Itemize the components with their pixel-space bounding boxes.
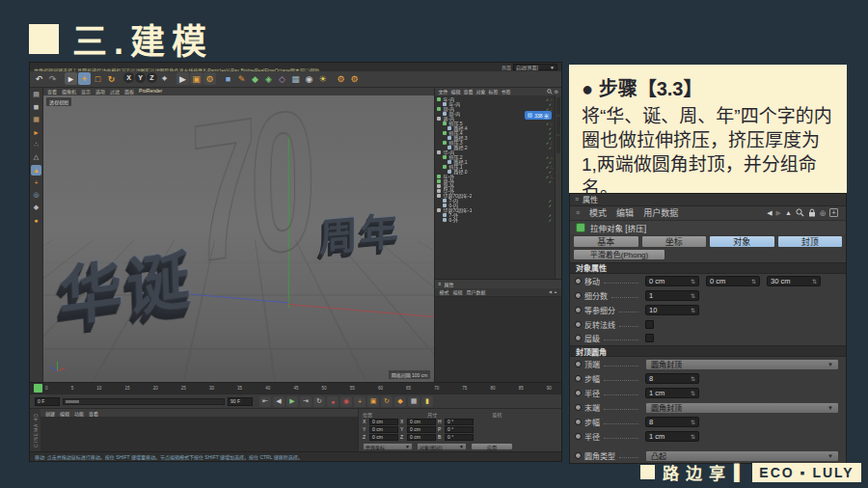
add-panel-icon[interactable]: + [829,208,838,217]
object-manager-menu-item[interactable]: 编辑 [450,88,460,95]
cap-end-radius-field[interactable]: 1 cm⇅ [645,431,699,442]
cap-end-steps-field[interactable]: 8⇅ [645,417,699,427]
spline-pen-icon[interactable]: ✎ [235,72,248,85]
material-menu-item[interactable]: 查看 [89,410,98,417]
current-frame-field[interactable]: 0 F [35,397,60,406]
object-manager-menu-item[interactable]: 查看 [464,88,474,95]
object-manager-menu-item[interactable]: 文件 [438,88,448,95]
generator-array-icon[interactable]: ◈ [262,72,275,85]
move-z-field[interactable]: 30 cm⇅ [767,276,821,286]
coordinate-field[interactable]: 0 cm [369,434,398,441]
cap-end-dropdown[interactable]: 圆角封顶▼ [645,402,839,414]
solo-icon[interactable]: ▮ [421,396,433,407]
material-menu-item[interactable]: 编辑 [60,410,69,417]
key-position-icon[interactable]: + [354,396,366,407]
enabled-check-icon[interactable]: ✓ [549,146,552,150]
up-icon[interactable]: ▲ [554,289,557,294]
attribute-mini-menu-item[interactable]: 模式 [439,288,448,295]
enabled-check-icon[interactable]: ✓ [549,203,552,208]
move-y-field[interactable]: 0 cm⇅ [706,276,760,286]
sep[interactable] [217,72,221,85]
keyframe-dot-icon[interactable] [575,307,582,313]
coordinate-field[interactable]: 0 cm [407,426,436,433]
keyframe-dot-icon[interactable] [575,321,582,328]
0-外[interactable]: 0-外 ✓ [437,218,553,223]
coordinate-field[interactable]: 0 ° [445,434,474,441]
rotate-tool-icon[interactable]: ↻ [105,72,118,85]
back-icon[interactable]: ◀ [549,289,552,294]
make-editable-icon[interactable]: ▤ [31,90,41,100]
attribute-menu-item[interactable]: 用户数据 [643,206,678,219]
viewport-canvas[interactable]: 70 华诞 周年 透视视图 网格间隔 100 cm [43,95,435,382]
keyframe-dot-icon[interactable] [575,419,582,425]
lock-workplane-icon[interactable]: ● [31,215,41,226]
material-menu-item[interactable]: 功能 [74,410,84,417]
attribute-menu-item[interactable]: 模式 [589,206,607,219]
coordinate-space-dropdown[interactable]: 世界坐标▼ [363,443,413,450]
keyframe-dot-icon[interactable] [575,278,582,285]
move-tool-icon[interactable]: + [78,72,91,85]
render-picture-icon[interactable]: ▣ [190,72,203,85]
loop-icon[interactable]: ↻ [313,396,325,407]
search-icon[interactable] [796,208,804,217]
select-tool-icon[interactable]: ► [65,72,77,85]
material-menu-item[interactable]: 创建 [45,410,55,417]
viewport-menu-item[interactable]: 显示 [81,88,91,95]
display-gear-icon[interactable]: ⚙ [348,72,361,85]
play-icon[interactable]: ▶ [286,396,298,407]
tab-phong[interactable]: 平滑着色(Phong) [573,249,665,260]
up-icon[interactable]: ▲ [785,209,792,216]
keyframe-dot-icon[interactable] [575,361,582,367]
forward-icon[interactable]: ▶ [776,209,781,217]
cap-top-steps-field[interactable]: 8⇅ [645,373,699,384]
goto-end-icon[interactable]: ⇥ [300,396,312,407]
sep[interactable] [172,72,176,85]
keyframe-dot-icon[interactable] [575,433,582,440]
key-scale-icon[interactable]: ▣ [367,396,379,407]
axis-y-lock[interactable]: Y [135,72,146,83]
sep[interactable] [330,72,334,85]
camera-icon[interactable]: ◉ [303,72,315,85]
hierarchy-checkbox[interactable] [645,334,654,342]
material-list-empty[interactable] [41,417,358,451]
polygons-mode-icon[interactable]: ▲ [31,165,41,176]
timeline-ruler[interactable]: 051015202530354045505560657075808590 [30,382,561,393]
render-view-icon[interactable]: ▶ [176,72,189,85]
render-settings-icon[interactable]: ⚙ [203,72,216,85]
enabled-check-icon[interactable]: ✓ [549,218,552,223]
object-manager-menu-item[interactable]: 对象 [476,88,486,95]
attribute-tab[interactable]: 对象 [709,235,775,248]
viewport-solo-icon[interactable]: ◎ [31,190,41,201]
generator-extrude-icon[interactable]: ◆ [249,72,261,85]
light-icon[interactable]: ☀ [316,72,329,85]
key-rotation-icon[interactable]: ↻ [381,396,393,407]
viewport-menu-item[interactable]: 选项 [95,88,105,95]
keyframe-dot-icon[interactable] [575,335,582,341]
subdivision-field[interactable]: 1⇅ [645,290,699,301]
coord-system-icon[interactable]: ⌖ [158,72,171,85]
viewport-menu-item[interactable]: 查看 [47,88,57,95]
coordinate-field[interactable]: 0 ° [445,419,474,425]
coordinate-field[interactable]: 0 ° [445,426,474,433]
selected-object-row[interactable]: 拉伸对象 [挤压] [570,221,846,234]
attribute-tab[interactable]: 基本 [573,235,639,248]
attribute-menu-item[interactable]: 编辑 [616,206,634,219]
redo-icon[interactable]: ↷ [46,72,59,85]
back-icon[interactable]: ◀ [767,209,772,217]
object-manager-menu-item[interactable]: 标签 [489,88,499,95]
search-icon[interactable] [547,89,553,95]
timeline-playhead[interactable] [34,384,42,393]
end-frame-field[interactable]: 90 F [228,397,253,406]
attribute-tab[interactable]: 坐标 [641,235,708,248]
panel-tab[interactable] [556,136,560,153]
flip-normals-checkbox[interactable] [645,320,654,329]
record-icon[interactable]: ◉ [340,396,352,407]
keyframe-selection-icon[interactable]: ◆ [394,396,406,407]
viewport-menu-item[interactable]: 过滤 [110,88,120,95]
coordinate-mode-dropdown[interactable]: 对象(相对)▼ [417,443,467,450]
points-mode-icon[interactable]: ∴ [31,140,41,150]
edges-mode-icon[interactable]: △ [31,152,41,163]
viewport-menu-item[interactable]: 面板 [124,88,134,95]
sep[interactable] [119,72,122,85]
primitive-cube-icon[interactable]: ■ [222,72,234,85]
